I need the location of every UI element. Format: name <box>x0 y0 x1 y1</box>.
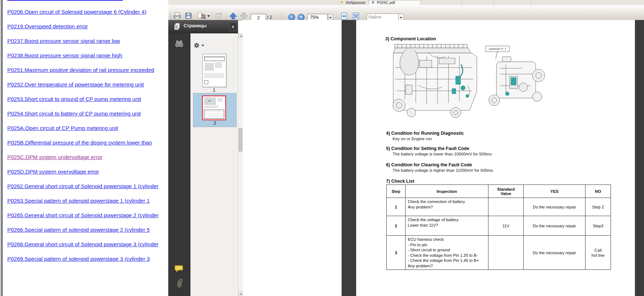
fault-code-link[interactable]: P0266.Special pattern of solenoid powers… <box>7 227 150 233</box>
cell-inspection: ECU harness check - Pin to pin - Short c… <box>406 236 488 270</box>
ie-document-icon: e <box>372 0 374 5</box>
section-6-heading: 6) Condition for Clearing the Fault Code <box>386 162 472 167</box>
fault-code-link[interactable]: P025A.Open circuit of CP Pump metering u… <box>7 125 118 131</box>
scroll-up-button[interactable] <box>238 33 243 38</box>
section-4-body: Key on or Engine run <box>393 137 432 141</box>
table-row: 1 Check the connection of battery Any pr… <box>387 198 611 216</box>
section-5-heading: 5) Condition for Setting the Fault Code <box>386 146 469 151</box>
browser-tab-bar: ★ Избранное e P025C.pdf Страница <box>168 0 644 5</box>
cell-step: 3 <box>387 236 406 270</box>
fault-code-link[interactable]: P025D.DPM system overvoltage error <box>7 169 99 175</box>
cell-yes: Do the necessary repair <box>524 216 585 236</box>
fault-code-link[interactable]: P0253.Short circuit to ground of CP pump… <box>7 96 141 102</box>
col-header-yes: YES <box>524 185 585 198</box>
table-row: 2 Check the voltage of battery Lower tha… <box>387 216 611 236</box>
panel-scrollbar[interactable] <box>238 33 243 296</box>
cell-step: 1 <box>387 198 406 216</box>
fault-code-link[interactable]: P0268.General short circuit of Solenoid … <box>7 241 158 247</box>
page-thumbnail-2-label[interactable]: 2 <box>193 120 236 126</box>
fault-code-link[interactable]: P0263.Special pattern of solenoid powers… <box>7 198 150 204</box>
cell-standard: 11V <box>488 216 524 236</box>
cell-standard <box>488 198 524 216</box>
panel-options-gear-icon[interactable] <box>193 42 200 49</box>
search-binoculars-icon[interactable] <box>174 39 184 48</box>
fault-code-link[interactable]: P0251.Maximum positive deviation of rail… <box>7 67 154 73</box>
col-header-inspection: Inspection <box>406 185 488 198</box>
section-7-heading: 7) Check List <box>386 179 414 184</box>
thumb2-art <box>217 98 222 102</box>
panel-collapse-button[interactable] <box>229 23 237 31</box>
cell-inspection: Check the voltage of battery Lower than … <box>406 216 488 236</box>
cell-standard <box>488 236 524 270</box>
col-header-step: Step <box>387 185 406 198</box>
scrollbar-thumb[interactable] <box>239 128 242 151</box>
document-background-left <box>342 20 356 296</box>
panel-options-dropdown-arrow[interactable] <box>201 45 204 46</box>
application-window: P0206.Open circuit of Solenoid powerstag… <box>0 0 644 296</box>
fault-code-link[interactable]: P025B.Differential pressure of the dosin… <box>7 139 152 146</box>
find-input[interactable] <box>367 13 399 21</box>
cell-step: 2 <box>387 216 406 236</box>
engine-component-diagram <box>385 41 483 124</box>
fault-code-list-frame: P0206.Open circuit of Solenoid powerstag… <box>0 0 168 296</box>
thumb2-art <box>204 97 216 105</box>
tabbar-separator <box>494 1 494 5</box>
thumb2-art <box>204 110 224 119</box>
pages-panel-title: Страницы <box>184 23 206 28</box>
thumb1-art <box>204 80 208 84</box>
collaborate-icon[interactable] <box>197 12 206 20</box>
clipped-link-fragment <box>7 0 123 1</box>
fit-page-icon[interactable] <box>352 12 360 20</box>
cell-no: Step3 <box>585 216 611 236</box>
fault-code-link[interactable]: P0265.General short circuit of Solenoid … <box>7 212 158 218</box>
table-row: 3 ECU harness check - Pin to pin - Short… <box>387 236 611 270</box>
pump-unit-diagram <box>484 54 548 110</box>
frame-border-dark <box>1 0 3 296</box>
section-6-body: The battery voltage is higher than 11000… <box>393 168 493 173</box>
favorites-button[interactable]: Избранное <box>346 0 365 5</box>
next-page-arrow-icon <box>240 12 248 20</box>
fault-code-link[interactable]: P0219.Overspeed detection error <box>7 23 88 29</box>
cell-no: Step 2 <box>585 198 611 216</box>
table-header-row: Step Inspection Standard Value YES NO <box>387 185 611 198</box>
section-4-heading: 4) Condition for Running Diagnostic <box>386 131 464 136</box>
tabbar-separator <box>531 1 531 5</box>
fault-code-link[interactable]: P0254.Short circuit to battery of CP pum… <box>7 110 141 117</box>
comments-bubble-icon[interactable] <box>174 264 184 273</box>
browser-tab-title: P025C.pdf <box>377 0 395 5</box>
document-background-right <box>635 20 644 296</box>
attachments-paperclip-icon[interactable] <box>176 277 183 289</box>
snapshot-icon-disabled <box>215 12 222 20</box>
thumb1-art <box>204 56 225 61</box>
thumb2-art <box>209 100 210 102</box>
thumb1-art <box>215 62 222 68</box>
scroll-down-button[interactable] <box>238 291 243 296</box>
fault-code-link[interactable]: P0269.Special pattern of solenoid powers… <box>7 256 150 262</box>
cell-no: Call hot line <box>585 236 611 270</box>
thumb2-art <box>204 106 219 106</box>
previous-page-arrow-icon[interactable] <box>229 12 237 20</box>
print-icon[interactable] <box>173 12 181 20</box>
cell-yes: Do the necessary repair <box>524 198 585 216</box>
fault-code-link[interactable]: P0252.Over temperature of powerstage for… <box>7 81 144 88</box>
section-5-body: The battery voltage is lower than 10000m… <box>393 152 492 156</box>
page-thumbnail-2-image <box>202 96 226 120</box>
fit-width-icon[interactable] <box>340 12 349 20</box>
pages-icon <box>174 23 180 31</box>
thumb1-art <box>204 73 224 78</box>
fault-code-link[interactable]: P0237.Boost pressure sensor signal range… <box>7 38 120 44</box>
section-3-heading: 3) Component Location <box>385 36 436 41</box>
fault-code-link[interactable]: P0238.Boost pressure sensor signal range… <box>7 52 122 58</box>
col-header-no: NO <box>585 185 611 198</box>
fault-code-link[interactable]: P0206.Open circuit of Solenoid powerstag… <box>7 9 146 15</box>
navigation-rail <box>168 33 190 296</box>
favorites-star-icon[interactable]: ★ <box>340 0 344 5</box>
col-header-standard-value: Standard Value <box>488 185 524 198</box>
page-thumbnail-1[interactable] <box>202 54 226 87</box>
pdf-toolbar: / 2 − + 75% <box>168 5 644 20</box>
fault-code-link-visited[interactable]: P025C.DPM system undervoltage error <box>7 154 102 160</box>
fault-code-link[interactable]: P0262.General short circuit of Solenoid … <box>7 183 158 189</box>
save-icon[interactable] <box>185 12 192 20</box>
collaborate-dropdown-arrow[interactable] <box>207 15 210 17</box>
page-thumbnail-1-label[interactable]: 1 <box>202 87 226 93</box>
